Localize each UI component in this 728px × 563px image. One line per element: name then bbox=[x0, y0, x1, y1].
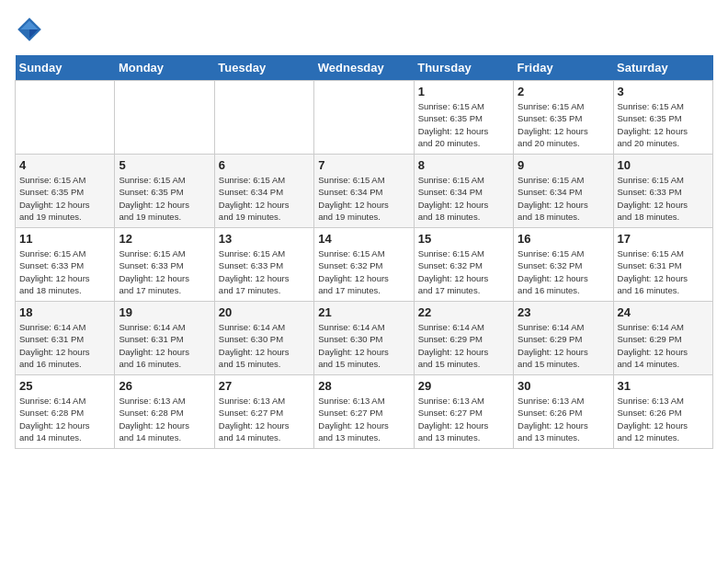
day-number: 25 bbox=[19, 379, 110, 393]
day-number: 12 bbox=[119, 232, 210, 246]
day-number: 18 bbox=[19, 305, 110, 319]
day-number: 4 bbox=[19, 158, 110, 172]
day-info: Sunrise: 6:14 AMSunset: 6:30 PMDaylight:… bbox=[318, 321, 409, 370]
calendar-day-header: Thursday bbox=[414, 55, 513, 81]
day-number: 10 bbox=[618, 158, 709, 172]
day-number: 7 bbox=[318, 158, 409, 172]
day-number: 31 bbox=[618, 379, 709, 393]
day-number: 29 bbox=[418, 379, 509, 393]
calendar-cell: 7Sunrise: 6:15 AMSunset: 6:34 PMDaylight… bbox=[314, 155, 414, 228]
day-info: Sunrise: 6:15 AMSunset: 6:35 PMDaylight:… bbox=[119, 174, 210, 223]
day-number: 11 bbox=[19, 232, 110, 246]
day-number: 6 bbox=[219, 158, 310, 172]
day-info: Sunrise: 6:13 AMSunset: 6:27 PMDaylight:… bbox=[318, 395, 409, 443]
day-number: 19 bbox=[119, 305, 210, 319]
calendar-cell: 1Sunrise: 6:15 AMSunset: 6:35 PMDaylight… bbox=[414, 81, 513, 155]
day-number: 23 bbox=[518, 305, 609, 319]
calendar-week-row: 1Sunrise: 6:15 AMSunset: 6:35 PMDaylight… bbox=[16, 81, 713, 155]
day-info: Sunrise: 6:13 AMSunset: 6:27 PMDaylight:… bbox=[418, 395, 509, 443]
day-info: Sunrise: 6:15 AMSunset: 6:33 PMDaylight:… bbox=[19, 247, 110, 296]
calendar-week-row: 11Sunrise: 6:15 AMSunset: 6:33 PMDayligh… bbox=[16, 228, 713, 302]
day-number: 22 bbox=[418, 305, 509, 319]
calendar-cell: 17Sunrise: 6:15 AMSunset: 6:31 PMDayligh… bbox=[613, 228, 712, 302]
calendar-cell bbox=[214, 81, 313, 155]
calendar-week-row: 4Sunrise: 6:15 AMSunset: 6:35 PMDaylight… bbox=[16, 155, 713, 228]
calendar-cell: 28Sunrise: 6:13 AMSunset: 6:27 PMDayligh… bbox=[314, 375, 414, 449]
day-info: Sunrise: 6:14 AMSunset: 6:29 PMDaylight:… bbox=[618, 321, 709, 370]
day-info: Sunrise: 6:15 AMSunset: 6:35 PMDaylight:… bbox=[19, 174, 110, 223]
calendar-table: SundayMondayTuesdayWednesdayThursdayFrid… bbox=[15, 55, 713, 449]
calendar-cell: 25Sunrise: 6:14 AMSunset: 6:28 PMDayligh… bbox=[16, 375, 115, 449]
day-number: 20 bbox=[219, 305, 310, 319]
day-number: 21 bbox=[318, 305, 409, 319]
day-info: Sunrise: 6:15 AMSunset: 6:35 PMDaylight:… bbox=[618, 100, 709, 149]
calendar-cell: 6Sunrise: 6:15 AMSunset: 6:34 PMDaylight… bbox=[214, 155, 313, 228]
day-info: Sunrise: 6:15 AMSunset: 6:32 PMDaylight:… bbox=[518, 247, 609, 296]
day-info: Sunrise: 6:13 AMSunset: 6:28 PMDaylight:… bbox=[119, 395, 210, 443]
calendar-cell: 5Sunrise: 6:15 AMSunset: 6:35 PMDaylight… bbox=[115, 155, 214, 228]
calendar-cell: 31Sunrise: 6:13 AMSunset: 6:26 PMDayligh… bbox=[613, 375, 712, 449]
calendar-cell: 4Sunrise: 6:15 AMSunset: 6:35 PMDaylight… bbox=[16, 155, 115, 228]
day-number: 30 bbox=[518, 379, 609, 393]
day-number: 1 bbox=[418, 85, 509, 98]
day-info: Sunrise: 6:14 AMSunset: 6:28 PMDaylight:… bbox=[19, 395, 110, 443]
day-info: Sunrise: 6:14 AMSunset: 6:29 PMDaylight:… bbox=[518, 321, 609, 370]
day-info: Sunrise: 6:15 AMSunset: 6:35 PMDaylight:… bbox=[418, 100, 509, 149]
calendar-cell: 11Sunrise: 6:15 AMSunset: 6:33 PMDayligh… bbox=[16, 228, 115, 302]
day-info: Sunrise: 6:15 AMSunset: 6:34 PMDaylight:… bbox=[418, 174, 509, 223]
day-number: 15 bbox=[418, 232, 509, 246]
calendar-cell: 22Sunrise: 6:14 AMSunset: 6:29 PMDayligh… bbox=[414, 302, 513, 375]
logo-icon bbox=[15, 15, 44, 44]
calendar-cell: 18Sunrise: 6:14 AMSunset: 6:31 PMDayligh… bbox=[16, 302, 115, 375]
calendar-cell: 29Sunrise: 6:13 AMSunset: 6:27 PMDayligh… bbox=[414, 375, 513, 449]
day-number: 9 bbox=[518, 158, 609, 172]
calendar-day-header: Saturday bbox=[613, 55, 712, 81]
calendar-day-header: Tuesday bbox=[214, 55, 313, 81]
day-info: Sunrise: 6:15 AMSunset: 6:34 PMDaylight:… bbox=[219, 174, 310, 223]
day-info: Sunrise: 6:15 AMSunset: 6:33 PMDaylight:… bbox=[618, 174, 709, 223]
calendar-cell: 27Sunrise: 6:13 AMSunset: 6:27 PMDayligh… bbox=[214, 375, 313, 449]
calendar-cell bbox=[16, 81, 115, 155]
day-info: Sunrise: 6:14 AMSunset: 6:31 PMDaylight:… bbox=[119, 321, 210, 370]
calendar-cell: 30Sunrise: 6:13 AMSunset: 6:26 PMDayligh… bbox=[514, 375, 613, 449]
day-info: Sunrise: 6:13 AMSunset: 6:27 PMDaylight:… bbox=[219, 395, 310, 443]
calendar-week-row: 25Sunrise: 6:14 AMSunset: 6:28 PMDayligh… bbox=[16, 375, 713, 449]
calendar-cell: 26Sunrise: 6:13 AMSunset: 6:28 PMDayligh… bbox=[115, 375, 214, 449]
day-info: Sunrise: 6:15 AMSunset: 6:33 PMDaylight:… bbox=[119, 247, 210, 296]
day-info: Sunrise: 6:14 AMSunset: 6:29 PMDaylight:… bbox=[418, 321, 509, 370]
day-number: 5 bbox=[119, 158, 210, 172]
calendar-cell: 3Sunrise: 6:15 AMSunset: 6:35 PMDaylight… bbox=[613, 81, 712, 155]
calendar-cell: 15Sunrise: 6:15 AMSunset: 6:32 PMDayligh… bbox=[414, 228, 513, 302]
day-number: 17 bbox=[618, 232, 709, 246]
calendar-cell bbox=[115, 81, 214, 155]
day-info: Sunrise: 6:15 AMSunset: 6:32 PMDaylight:… bbox=[318, 247, 409, 296]
calendar-cell: 24Sunrise: 6:14 AMSunset: 6:29 PMDayligh… bbox=[613, 302, 712, 375]
day-info: Sunrise: 6:13 AMSunset: 6:26 PMDaylight:… bbox=[618, 395, 709, 443]
day-info: Sunrise: 6:13 AMSunset: 6:26 PMDaylight:… bbox=[518, 395, 609, 443]
day-info: Sunrise: 6:15 AMSunset: 6:35 PMDaylight:… bbox=[518, 100, 609, 149]
day-number: 8 bbox=[418, 158, 509, 172]
calendar-cell: 2Sunrise: 6:15 AMSunset: 6:35 PMDaylight… bbox=[514, 81, 613, 155]
day-info: Sunrise: 6:14 AMSunset: 6:30 PMDaylight:… bbox=[219, 321, 310, 370]
calendar-week-row: 18Sunrise: 6:14 AMSunset: 6:31 PMDayligh… bbox=[16, 302, 713, 375]
calendar-cell: 9Sunrise: 6:15 AMSunset: 6:34 PMDaylight… bbox=[514, 155, 613, 228]
logo bbox=[15, 15, 48, 44]
calendar-day-header: Friday bbox=[514, 55, 613, 81]
day-info: Sunrise: 6:15 AMSunset: 6:34 PMDaylight:… bbox=[518, 174, 609, 223]
day-info: Sunrise: 6:15 AMSunset: 6:33 PMDaylight:… bbox=[219, 247, 310, 296]
day-info: Sunrise: 6:15 AMSunset: 6:34 PMDaylight:… bbox=[318, 174, 409, 223]
day-number: 3 bbox=[618, 85, 709, 98]
calendar-cell: 16Sunrise: 6:15 AMSunset: 6:32 PMDayligh… bbox=[514, 228, 613, 302]
day-number: 28 bbox=[318, 379, 409, 393]
calendar-cell: 10Sunrise: 6:15 AMSunset: 6:33 PMDayligh… bbox=[613, 155, 712, 228]
day-number: 14 bbox=[318, 232, 409, 246]
day-info: Sunrise: 6:15 AMSunset: 6:31 PMDaylight:… bbox=[618, 247, 709, 296]
calendar-cell: 8Sunrise: 6:15 AMSunset: 6:34 PMDaylight… bbox=[414, 155, 513, 228]
calendar-cell: 14Sunrise: 6:15 AMSunset: 6:32 PMDayligh… bbox=[314, 228, 414, 302]
calendar-cell: 21Sunrise: 6:14 AMSunset: 6:30 PMDayligh… bbox=[314, 302, 414, 375]
page-header bbox=[15, 15, 713, 44]
day-number: 26 bbox=[119, 379, 210, 393]
calendar-cell: 19Sunrise: 6:14 AMSunset: 6:31 PMDayligh… bbox=[115, 302, 214, 375]
day-number: 24 bbox=[618, 305, 709, 319]
calendar-day-header: Monday bbox=[115, 55, 214, 81]
